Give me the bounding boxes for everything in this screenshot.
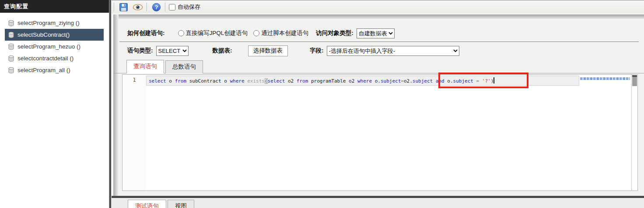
scrollbar-thumb[interactable]	[632, 77, 637, 86]
radio-jpql-input[interactable]	[178, 30, 184, 36]
line-number: 1	[122, 77, 146, 83]
code-token: where	[357, 78, 372, 84]
sidebar-item-label: selectProgram_hezuo ()	[18, 43, 80, 50]
sidebar-item-1[interactable]: selectSubContract()	[5, 29, 104, 41]
svg-text:?: ?	[154, 4, 158, 10]
access-type-label: 访问对象类型:	[316, 29, 354, 37]
code-token: exists	[247, 78, 265, 84]
sidebar: 查询配置 selectProgram_ziying ()selectSubCon…	[0, 0, 109, 208]
tab-1[interactable]: 总数语句	[165, 60, 203, 73]
statement-row: 语句类型: SELECT 数据表: 选择数据表 字段: -选择后在语句中插入字段…	[127, 45, 644, 56]
bottom-tab-0[interactable]: 测试语句	[128, 200, 166, 208]
preview-icon	[133, 3, 143, 11]
help-button[interactable]: ?	[150, 2, 162, 12]
app-window: 查询配置 selectProgram_ziying ()selectSubCon…	[0, 0, 644, 208]
toolbar: ? 自动保存	[112, 0, 644, 14]
choose-table-button[interactable]: 选择数据表	[248, 45, 288, 56]
stmt-type-select[interactable]: SELECT	[156, 46, 189, 56]
code-token: '?'	[482, 78, 491, 84]
query-list: selectProgram_ziying ()selectSubContract…	[0, 13, 109, 208]
database-icon	[8, 55, 14, 62]
radio-script[interactable]: 通过脚本创建语句	[253, 29, 308, 37]
database-icon	[8, 67, 14, 73]
radio-script-label: 通过脚本创建语句	[261, 29, 308, 37]
code-token: subject	[413, 78, 433, 84]
save-button[interactable]	[118, 2, 129, 12]
code-token: subContract o	[186, 78, 230, 84]
text-caret	[494, 77, 494, 83]
radio-jpql-label: 直接编写JPQL创建语句	[186, 29, 248, 37]
sidebar-item-3[interactable]: selectcontractdetail ()	[5, 52, 104, 64]
tab-0[interactable]: 查询语句	[126, 60, 164, 73]
code-editor[interactable]: 1 select o from subContract o where exis…	[122, 74, 638, 191]
help-icon: ?	[152, 3, 161, 12]
field-label: 字段:	[310, 47, 324, 55]
table-label: 数据表:	[213, 47, 232, 55]
radio-jpql[interactable]: 直接编写JPQL创建语句	[178, 29, 248, 37]
code-token: subject	[453, 78, 473, 84]
database-icon	[8, 32, 14, 38]
bottom-tabbar: 测试语句视图	[112, 198, 644, 208]
how-create-label: 如何创建语句:	[127, 29, 165, 37]
code-token: select	[268, 78, 285, 84]
sidebar-item-label: selectProgram_ziying ()	[18, 20, 80, 26]
code-token: o2.	[404, 78, 413, 84]
field-select[interactable]: -选择后在语句中插入字段-	[327, 46, 459, 56]
row-divider	[119, 42, 639, 42]
autosave-checkbox[interactable]	[169, 4, 175, 10]
code-token: o2	[285, 78, 297, 84]
code-token	[473, 78, 476, 84]
code-token: o.	[444, 78, 453, 84]
code-token: from	[175, 78, 187, 84]
toolbar-separator	[165, 3, 166, 11]
database-icon	[8, 20, 14, 26]
editor-gutter	[122, 75, 146, 191]
radio-script-input[interactable]	[253, 30, 259, 36]
code-token: and	[436, 78, 444, 84]
sidebar-item-label: selectcontractdetail ()	[18, 55, 74, 62]
toolbar-separator	[114, 3, 115, 11]
code-token: )	[491, 78, 494, 84]
editor-scrollbar[interactable]	[631, 75, 637, 191]
autosave-toggle[interactable]: 自动保存	[169, 3, 200, 11]
code-token: subject	[381, 78, 401, 84]
code-token: o.	[372, 78, 381, 84]
code-line: select o from subContract o where exists…	[149, 77, 494, 85]
autosave-label: 自动保存	[178, 3, 200, 11]
toolbar-separator	[147, 3, 147, 11]
code-token	[479, 78, 482, 84]
sidebar-title: 查询配置	[0, 0, 109, 13]
bottom-tab-1[interactable]: 视图	[168, 200, 194, 208]
sidebar-item-label: selectProgram_all ()	[18, 67, 70, 73]
sidebar-item-4[interactable]: selectProgram_all ()	[5, 64, 104, 76]
sidebar-item-label: selectSubContract()	[18, 31, 70, 38]
code-token: from	[297, 78, 308, 84]
stmt-type-label: 语句类型:	[127, 47, 153, 55]
preview-button[interactable]	[132, 2, 144, 12]
minimap	[580, 77, 630, 80]
code-token: (	[265, 78, 268, 84]
code-token: programTable o2	[308, 78, 357, 84]
create-mode-row: 如何创建语句: 直接编写JPQL创建语句 通过脚本创建语句 访问对象类型: 自建…	[127, 28, 644, 38]
sidebar-item-0[interactable]: selectProgram_ziying ()	[5, 17, 104, 29]
config-panel: 如何创建语句: 直接编写JPQL创建语句 通过脚本创建语句 访问对象类型: 自建…	[113, 14, 644, 196]
code-token: where	[230, 78, 244, 84]
code-token: o	[166, 78, 175, 84]
save-icon	[119, 3, 128, 12]
code-token: =	[401, 78, 404, 84]
code-token	[433, 78, 436, 84]
database-icon	[8, 44, 14, 50]
access-type-select[interactable]: 自建数据表	[357, 28, 395, 38]
main-region: ? 自动保存 如何创建语句: 直接编写JPQL创建语句 通过脚本创建语句	[112, 0, 644, 208]
editor-tabbar: 查询语句总数语句	[113, 61, 644, 73]
sidebar-item-2[interactable]: selectProgram_hezuo ()	[5, 41, 104, 52]
code-token: select	[149, 78, 166, 84]
